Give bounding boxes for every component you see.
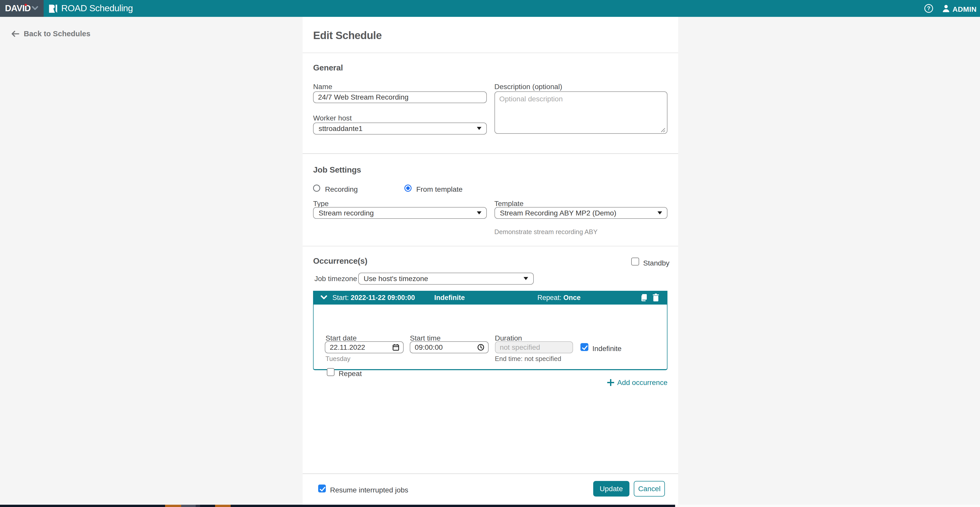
- occurrences-heading: Occurrence(s): [313, 256, 368, 266]
- delete-icon[interactable]: [652, 293, 659, 302]
- taskbar-segment-gray: [181, 505, 196, 507]
- start-date-input[interactable]: [325, 341, 404, 353]
- repeat-label: Repeat:: [537, 294, 561, 301]
- template-select[interactable]: Stream Recording ABY MP2 (Demo): [495, 207, 668, 219]
- start-label: Start:: [332, 294, 349, 301]
- header-divider: [302, 53, 678, 53]
- type-label: Type: [313, 199, 329, 208]
- template-value: Stream Recording ABY MP2 (Demo): [500, 209, 616, 217]
- repeat-checkbox[interactable]: [327, 368, 335, 376]
- occurrence-header[interactable]: Start: 2022-11-22 09:00:00 Indefinite Re…: [313, 291, 667, 305]
- user-icon[interactable]: [942, 4, 950, 13]
- resume-interrupted-label[interactable]: Resume interrupted jobs: [330, 486, 408, 494]
- cancel-button[interactable]: Cancel: [634, 481, 665, 497]
- occurrence-start-summary: Start: 2022-11-22 09:00:00: [332, 294, 415, 302]
- resume-interrupted-checkbox[interactable]: [318, 485, 326, 493]
- admin-user-label[interactable]: ADMIN: [953, 5, 977, 14]
- duration-input: [495, 341, 573, 353]
- duration-label: Duration: [495, 334, 522, 342]
- taskbar-segment-orange: [165, 505, 181, 507]
- repeat-checkbox-label[interactable]: Repeat: [339, 369, 362, 378]
- worker-host-value: sttroaddante1: [319, 124, 363, 133]
- app-title: ROAD Scheduling: [61, 3, 133, 14]
- start-date-label: Start date: [326, 334, 357, 342]
- app-viewport: DAVID ROAD Scheduling ? ADMIN Back to Sc…: [0, 0, 980, 507]
- arrow-left-icon: [11, 30, 19, 37]
- footer-divider: [302, 473, 678, 474]
- end-time-note: End time: not specified: [495, 355, 561, 362]
- job-timezone-label: Job timezone: [314, 274, 357, 283]
- back-link-label: Back to Schedules: [24, 29, 90, 38]
- job-settings-heading: Job Settings: [313, 165, 361, 175]
- start-value: 2022-11-22 09:00:00: [351, 294, 415, 301]
- add-occurrence-label: Add occurrence: [617, 378, 667, 387]
- road-logo-icon: [49, 4, 57, 13]
- radio-recording-label[interactable]: Recording: [325, 185, 358, 193]
- taskbar-segment-dark: [196, 505, 200, 507]
- general-divider: [302, 153, 678, 154]
- indefinite-flag: Indefinite: [434, 294, 465, 302]
- description-label: Description (optional): [495, 83, 562, 91]
- taskbar-strip: [0, 505, 675, 507]
- indefinite-label[interactable]: Indefinite: [592, 344, 622, 353]
- occurrence-repeat-summary: Repeat: Once: [537, 294, 581, 302]
- logo-red-dot: [25, 4, 27, 6]
- help-glyph: ?: [927, 5, 930, 12]
- indefinite-checkbox[interactable]: [581, 343, 589, 351]
- template-help-text: Demonstrate stream recording ABY: [495, 228, 598, 236]
- standby-checkbox[interactable]: [631, 258, 639, 266]
- back-to-schedules-link[interactable]: Back to Schedules: [11, 29, 90, 38]
- radio-from-template[interactable]: [404, 185, 412, 192]
- type-value: Stream recording: [319, 209, 374, 217]
- job-timezone-select[interactable]: Use host's timezone: [358, 273, 534, 285]
- radio-from-template-label[interactable]: From template: [416, 185, 463, 193]
- help-icon[interactable]: ?: [924, 4, 933, 13]
- standby-label[interactable]: Standby: [643, 259, 670, 267]
- update-button[interactable]: Update: [593, 481, 630, 497]
- radio-recording[interactable]: [313, 185, 320, 192]
- worker-host-select[interactable]: sttroaddante1: [313, 123, 487, 134]
- duplicate-icon[interactable]: [640, 293, 647, 302]
- add-occurrence-button[interactable]: Add occurrence: [607, 378, 667, 387]
- type-select[interactable]: Stream recording: [313, 207, 487, 219]
- description-textarea[interactable]: [495, 91, 668, 134]
- occurrence-card: Start: 2022-11-22 09:00:00 Indefinite Re…: [313, 291, 667, 370]
- template-label: Template: [495, 199, 523, 208]
- job-settings-divider: [302, 246, 678, 246]
- job-timezone-value: Use host's timezone: [364, 274, 428, 283]
- top-bar: DAVID ROAD Scheduling ? ADMIN: [0, 0, 980, 17]
- plus-icon: [607, 379, 614, 386]
- taskbar-strip-right: [675, 505, 980, 507]
- repeat-value: Once: [563, 294, 581, 301]
- taskbar-segment-orange-2: [215, 505, 231, 507]
- general-heading: General: [313, 63, 343, 72]
- start-time-label: Start time: [410, 334, 441, 342]
- page-title: Edit Schedule: [313, 29, 382, 41]
- start-date-weekday: Tuesday: [326, 355, 350, 362]
- david-logo-menu[interactable]: DAVID: [0, 0, 44, 17]
- start-time-input[interactable]: [410, 341, 488, 353]
- worker-host-label: Worker host: [313, 114, 352, 122]
- david-logo: DAVID: [5, 3, 30, 13]
- collapse-chevron-icon[interactable]: [320, 295, 327, 300]
- name-input[interactable]: [313, 91, 487, 104]
- edit-schedule-card: Edit Schedule General Name Description (…: [302, 17, 678, 507]
- name-label: Name: [313, 83, 332, 91]
- chevron-down-icon: [32, 6, 38, 10]
